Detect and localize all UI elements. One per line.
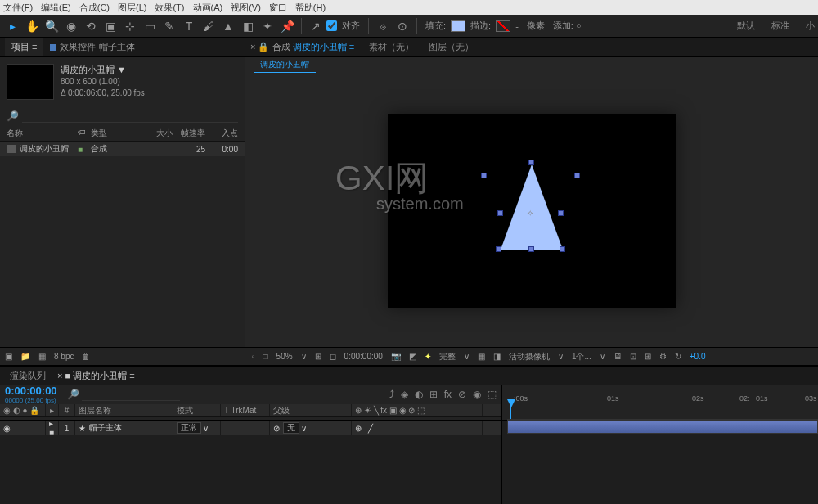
menu-comp[interactable]: 合成(C) [79, 2, 110, 14]
col-parent[interactable]: 父级 [270, 404, 352, 416]
interpret-icon[interactable]: ▣ [5, 352, 12, 361]
exposure[interactable]: +0.0 [690, 352, 706, 361]
handle-mr[interactable] [558, 210, 564, 216]
col-trkmat[interactable]: T TrkMat [221, 404, 270, 416]
anchor-point-icon[interactable]: ✧ [527, 209, 535, 217]
roto-tool-icon[interactable]: ✦ [258, 17, 276, 35]
3d-icon[interactable]: ⬚ [488, 389, 497, 400]
col-size[interactable]: 大小 [140, 128, 173, 139]
viewer-tab-comp[interactable]: × 🔒 合成 调皮的小丑帽 ≡ [250, 41, 354, 53]
comp-thumbnail[interactable] [7, 64, 54, 100]
handle-tl[interactable] [481, 173, 487, 178]
rotate-tool-icon[interactable]: ⟲ [82, 17, 100, 35]
folder-icon[interactable]: 📁 [20, 352, 30, 361]
layer-av[interactable]: ◉ [0, 421, 46, 435]
col-name[interactable]: 名称 [7, 128, 78, 139]
tag-icon[interactable]: 🏷 [78, 128, 91, 139]
handle-bm[interactable] [528, 246, 534, 252]
handle-br[interactable] [560, 246, 565, 252]
col-fps[interactable]: 帧速率 [173, 128, 205, 139]
timeline-tracks[interactable] [502, 421, 818, 504]
graph-icon[interactable]: ⊞ [429, 389, 438, 400]
triangle-shape[interactable]: ✧ [501, 164, 563, 250]
fx-icon[interactable]: fx [444, 389, 452, 400]
snap-checkbox[interactable] [326, 20, 337, 31]
tab-render-queue[interactable]: 渲染队列 [10, 370, 46, 382]
canvas[interactable]: ✧ [388, 114, 676, 308]
layer-switches[interactable]: ⊕ ╱ [352, 421, 483, 435]
mb-icon[interactable]: ⊘ [458, 389, 466, 400]
new-comp-icon[interactable]: ▦ [38, 352, 46, 361]
hand-tool-icon[interactable]: ✋ [23, 17, 41, 35]
anchor-tool-icon[interactable]: ⊹ [121, 17, 139, 35]
v-icon3[interactable]: ⊞ [645, 352, 651, 361]
fill-swatch[interactable] [451, 20, 465, 32]
mag-icon[interactable]: ▫ [252, 352, 255, 361]
blur-icon[interactable]: ◐ [415, 389, 423, 400]
col-layer-name[interactable]: 图层名称 [75, 404, 173, 416]
zoom-dropdown[interactable]: 50% [276, 352, 293, 361]
v-icon2[interactable]: ⊡ [630, 352, 636, 361]
tab-project[interactable]: 项目 ≡ [5, 38, 43, 56]
v-icon4[interactable]: ⚙ [659, 352, 667, 361]
viewport[interactable]: ✧ GXI网 system.com [245, 74, 818, 347]
menu-file[interactable]: 文件(F) [3, 2, 33, 14]
add-label[interactable]: 添加: ○ [553, 20, 582, 32]
eraser-tool-icon[interactable]: ◧ [239, 17, 257, 35]
snapshot-icon[interactable]: 📷 [391, 352, 401, 361]
handle-bl[interactable] [496, 246, 501, 252]
grid-icon[interactable]: ⊞ [315, 352, 321, 361]
snap-icon[interactable]: ⟐ [374, 17, 392, 35]
channel-icon[interactable]: ◩ [409, 352, 416, 361]
menu-view[interactable]: 视图(V) [231, 2, 261, 14]
ws-default[interactable]: 默认 [737, 20, 755, 32]
project-row[interactable]: 调皮的小丑帽 ■ 合成 25 0:00 [0, 142, 245, 156]
shy-icon[interactable]: ⤴ [389, 389, 394, 400]
ws-standard[interactable]: 标准 [771, 20, 789, 32]
viewer-tab-layer[interactable]: 图层（无） [429, 41, 474, 53]
stamp-tool-icon[interactable]: ▲ [219, 17, 237, 35]
col-type[interactable]: 类型 [91, 128, 140, 139]
tab-effects[interactable]: 效果控件 帽子主体 [43, 38, 141, 56]
time-ruler[interactable]: :00s 01s 02s 02: 01s 03s [502, 385, 818, 404]
comp-name[interactable]: 调皮的小丑帽 ▼ [61, 64, 145, 76]
comp-icon[interactable]: ◈ [401, 389, 408, 400]
roi-icon[interactable]: ▦ [478, 352, 485, 361]
menu-edit[interactable]: 编辑(E) [41, 2, 71, 14]
col-mode[interactable]: 模式 [173, 404, 221, 416]
layer-expand[interactable]: ▸ ■ [46, 421, 59, 435]
handle-ml[interactable] [497, 210, 503, 216]
stroke-swatch[interactable] [496, 20, 510, 32]
handle-tr[interactable] [574, 173, 580, 178]
menu-help[interactable]: 帮助(H) [295, 2, 326, 14]
zoom-tool-icon[interactable]: 🔍 [43, 17, 61, 35]
puppet-tool-icon[interactable]: 📌 [278, 17, 296, 35]
mask-icon[interactable]: ◻ [330, 352, 336, 361]
menu-window[interactable]: 窗口 [269, 2, 287, 14]
layer-name[interactable]: ★ 帽子主体 [75, 421, 173, 435]
v-icon[interactable]: 🖥 [614, 352, 622, 361]
layer-bar[interactable] [507, 421, 818, 434]
views-dropdown[interactable]: 1个... [572, 351, 591, 362]
camera-dropdown[interactable]: 活动摄像机 [509, 351, 550, 362]
trash-icon[interactable]: 🗑 [82, 352, 90, 361]
timecode[interactable]: 0:00:00:00 [5, 385, 57, 397]
bpc-label[interactable]: 8 bpc [54, 352, 74, 361]
layer-trkmat[interactable] [221, 421, 270, 435]
orbit-tool-icon[interactable]: ◉ [62, 17, 80, 35]
selection-tool-icon[interactable]: ▸ [3, 17, 21, 35]
menu-anim[interactable]: 动画(A) [193, 2, 223, 14]
layer-parent[interactable]: ⊘ 无∨ [270, 421, 352, 435]
adj-icon[interactable]: ◉ [473, 389, 481, 400]
project-search-input[interactable] [22, 110, 238, 123]
camera-tool-icon[interactable]: ▣ [101, 17, 119, 35]
snap2-icon[interactable]: ⊙ [393, 17, 411, 35]
time-display[interactable]: 0:00:00:00 [344, 352, 383, 361]
text-tool-icon[interactable]: T [180, 17, 198, 35]
menu-layer[interactable]: 图层(L) [118, 2, 146, 14]
shape-tool-icon[interactable]: ▭ [141, 17, 159, 35]
handle-top[interactable] [528, 160, 534, 165]
timeline-search-input[interactable] [82, 388, 180, 401]
layer-mode[interactable]: 正常∨ [173, 421, 221, 435]
res-dropdown[interactable]: 完整 [439, 351, 456, 362]
